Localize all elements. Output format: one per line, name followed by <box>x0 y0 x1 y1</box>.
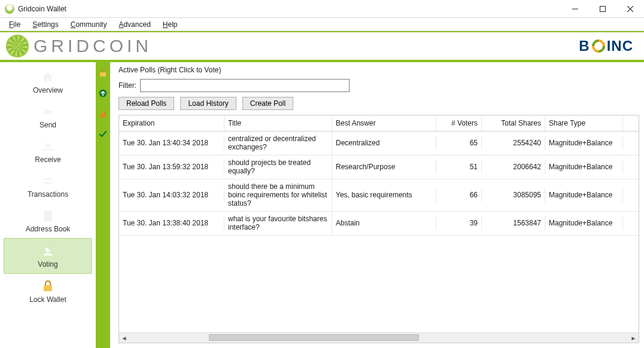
cell-best-answer: Abstain <box>332 216 436 230</box>
svg-rect-7 <box>102 113 103 117</box>
svg-rect-1 <box>44 211 51 221</box>
arrow-up-circle-icon <box>98 88 108 98</box>
col-expiration[interactable]: Expiration <box>119 115 224 131</box>
filter-label: Filter: <box>119 81 136 90</box>
send-icon <box>41 105 54 118</box>
sidebar-item-label: Lock Wallet <box>29 295 66 304</box>
reload-polls-button[interactable]: Reload Polls <box>119 97 174 110</box>
sidebar-item-send[interactable]: Send <box>4 99 92 134</box>
sidebar-item-label: Overview <box>33 86 63 94</box>
cell-best-answer: Research/Purpose <box>332 160 436 174</box>
cell-voters: 65 <box>436 136 482 150</box>
cell-expiration: Tue 30. Jan 14:03:32 2018 <box>119 188 224 202</box>
menubar: File Settings Community Advanced Help <box>0 18 644 31</box>
cell-shares: 1563847 <box>482 216 545 230</box>
table-row[interactable]: Tue 30. Jan 13:38:40 2018what is your fa… <box>119 212 639 236</box>
col-voters[interactable]: # Voters <box>436 115 482 131</box>
voting-icon <box>41 245 54 258</box>
cell-shares: 2554240 <box>482 136 545 150</box>
col-title[interactable]: Title <box>224 115 332 131</box>
lock-open-icon <box>98 68 108 78</box>
window-close-button[interactable] <box>616 0 644 18</box>
table-row[interactable]: Tue 30. Jan 13:59:32 2018should projects… <box>119 155 639 179</box>
polls-table: Expiration Title Best Answer # Voters To… <box>119 115 639 343</box>
app-icon <box>5 4 14 14</box>
panel-title: Active Polls (Right Click to Vote) <box>119 66 639 74</box>
sidebar-item-label: Address Book <box>26 225 71 233</box>
sidebar-item-label: Receive <box>35 155 60 164</box>
svg-rect-4 <box>100 72 106 77</box>
cell-expiration: Tue 30. Jan 13:40:34 2018 <box>119 136 224 150</box>
sidebar-item-receive[interactable]: Receive <box>4 134 92 169</box>
header-band: GRIDCOIN B INC <box>0 31 644 62</box>
cell-voters: 66 <box>436 188 482 202</box>
brand-text: GRIDCOIN <box>34 36 152 56</box>
svg-rect-0 <box>600 6 606 11</box>
scroll-right-arrow-icon[interactable]: ► <box>628 333 639 343</box>
checkmark-icon <box>98 129 108 139</box>
transactions-icon <box>41 175 54 188</box>
table-header: Expiration Title Best Answer # Voters To… <box>119 115 639 132</box>
boinc-inc: INC <box>607 38 633 54</box>
svg-rect-6 <box>99 115 101 117</box>
cell-shares: 2006642 <box>482 160 545 174</box>
cell-title: should projects be treated equally? <box>224 155 332 179</box>
window-titlebar: Gridcoin Wallet <box>0 0 644 18</box>
main-panel: Active Polls (Right Click to Vote) Filte… <box>110 62 644 348</box>
col-total-shares[interactable]: Total Shares <box>482 115 545 131</box>
cell-expiration: Tue 30. Jan 13:59:32 2018 <box>119 160 224 174</box>
status-strip <box>96 62 110 348</box>
sidebar-item-lock-wallet[interactable]: Lock Wallet <box>4 274 92 309</box>
sidebar-item-voting[interactable]: Voting <box>4 238 92 274</box>
svg-rect-8 <box>104 111 105 117</box>
boinc-orbits-icon <box>591 38 606 54</box>
address-book-icon <box>41 209 54 222</box>
cell-best-answer: Yes, basic requirements <box>332 188 436 202</box>
cell-voters: 51 <box>436 160 482 174</box>
lock-icon <box>41 280 54 293</box>
cell-title: should there be a minimum boinc requirem… <box>224 179 332 211</box>
col-share-type[interactable]: Share Type <box>545 115 623 131</box>
boinc-logo: B INC <box>579 38 633 54</box>
menu-community[interactable]: Community <box>65 19 113 30</box>
create-poll-button[interactable]: Create Poll <box>242 97 293 110</box>
sidebar-item-address-book[interactable]: Address Book <box>4 203 92 238</box>
cell-best-answer: Decentralized <box>332 136 436 150</box>
window-title: Gridcoin Wallet <box>18 5 66 13</box>
sidebar-item-overview[interactable]: Overview <box>4 65 92 99</box>
home-icon <box>41 71 54 84</box>
svg-rect-3 <box>44 285 52 291</box>
sidebar-item-transactions[interactable]: Transactions <box>4 169 92 203</box>
table-row[interactable]: Tue 30. Jan 13:40:34 2018centralized or … <box>119 132 639 155</box>
sidebar: Overview Send Receive Transactions Addre… <box>0 62 96 348</box>
filter-input[interactable] <box>140 79 350 92</box>
horizontal-scrollbar[interactable]: ◄ ► <box>119 332 639 343</box>
scroll-left-arrow-icon[interactable]: ◄ <box>119 333 129 343</box>
gridcoin-logo-icon <box>6 35 29 57</box>
cell-shares: 3085095 <box>482 188 545 202</box>
scroll-thumb[interactable] <box>209 334 418 341</box>
menu-settings[interactable]: Settings <box>26 19 64 30</box>
scroll-track[interactable] <box>129 333 628 343</box>
cell-share-type: Magnitude+Balance <box>545 188 623 202</box>
table-row[interactable]: Tue 30. Jan 14:03:32 2018should there be… <box>119 179 639 212</box>
load-history-button[interactable]: Load History <box>180 97 236 110</box>
cell-title: what is your favourite bitshares interfa… <box>224 212 332 235</box>
menu-file[interactable]: File <box>3 19 26 30</box>
sidebar-item-label: Voting <box>38 260 57 268</box>
cell-share-type: Magnitude+Balance <box>545 160 623 174</box>
window-minimize-button[interactable] <box>561 0 589 18</box>
sidebar-item-label: Send <box>40 121 56 129</box>
menu-advanced[interactable]: Advanced <box>113 19 156 30</box>
cell-title: centralized or decentralized exchanges? <box>224 132 332 155</box>
table-body: Tue 30. Jan 13:40:34 2018centralized or … <box>119 132 639 332</box>
close-icon <box>627 6 633 12</box>
cell-voters: 39 <box>436 216 482 230</box>
signal-bars-icon <box>98 109 108 118</box>
cell-share-type: Magnitude+Balance <box>545 136 623 150</box>
window-maximize-button[interactable] <box>589 0 616 18</box>
receive-icon <box>41 140 54 153</box>
col-best-answer[interactable]: Best Answer <box>332 115 436 131</box>
cell-share-type: Magnitude+Balance <box>545 216 623 230</box>
menu-help[interactable]: Help <box>157 19 184 30</box>
